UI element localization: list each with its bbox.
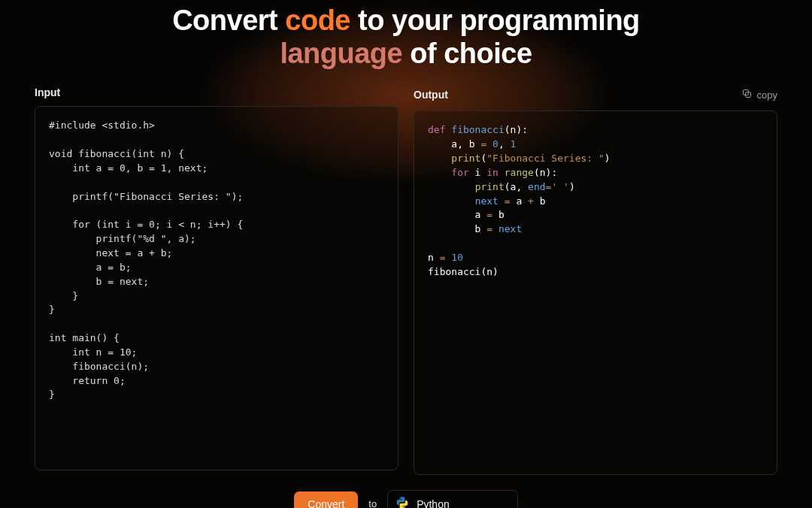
output-panel: Output copy def fibonacci(n): a, b = 0, … [414,86,777,475]
input-code[interactable]: #include <stdio.h> void fibonacci(int n)… [49,119,384,402]
output-label: Output [414,89,448,101]
copy-button[interactable]: copy [741,86,777,103]
hero-prefix: Convert [172,5,285,36]
hero-mid: to your programming [350,5,640,36]
hero-word-code: code [285,5,350,36]
to-label: to [368,498,377,508]
hero-heading: Convert code to your programming languag… [35,5,777,70]
convert-button[interactable]: Convert [294,491,358,508]
input-panel: Input #include <stdio.h> void fibonacci(… [35,86,398,475]
input-label: Input [35,86,60,98]
output-code: def fibonacci(n): a, b = 0, 1 print("Fib… [428,123,763,279]
python-icon [395,496,409,508]
copy-icon [741,88,753,101]
input-code-box[interactable]: #include <stdio.h> void fibonacci(int n)… [35,106,398,470]
language-picker[interactable]: Python [387,490,518,508]
language-selected-label: Python [417,498,450,508]
output-code-box: def fibonacci(n): a, b = 0, 1 print("Fib… [414,110,777,475]
copy-label: copy [757,89,777,101]
hero-suffix: of choice [402,38,532,69]
hero-word-language: language [280,38,402,69]
